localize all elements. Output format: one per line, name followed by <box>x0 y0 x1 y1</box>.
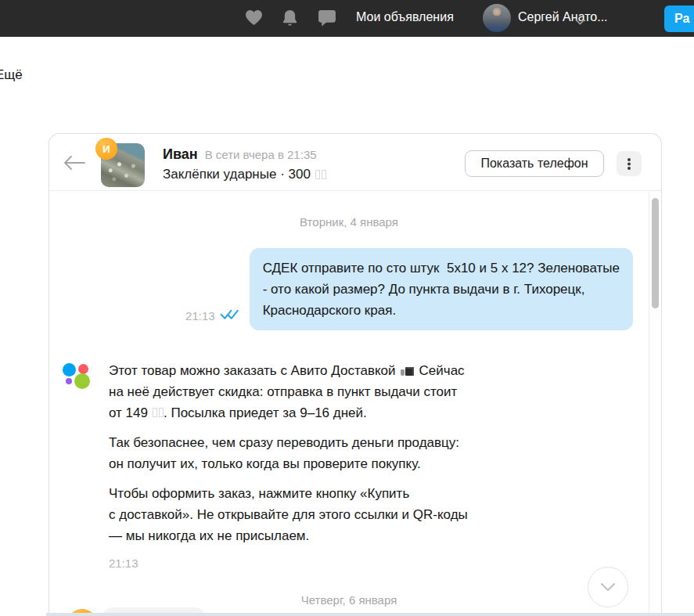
date-separator: Вторник, 4 января <box>49 215 649 229</box>
user-name[interactable]: Сергей Анато... <box>518 10 608 24</box>
date-separator: Четверг, 6 января <box>49 593 649 607</box>
show-phone-button[interactable]: Показать телефон <box>465 150 604 177</box>
outgoing-message-row: 21:13 СДЕК отправите по сто штук 5х10 и … <box>49 248 661 330</box>
message-text-line: - ото какой размер? До пункта выдачи в г… <box>263 279 620 300</box>
chat-menu-kebab-button[interactable] <box>617 151 642 176</box>
scroll-to-bottom-button[interactable] <box>588 567 628 607</box>
chat-title-block: Иван В сети вчера в 21:35 Заклёпки ударн… <box>163 146 326 182</box>
back-arrow-icon[interactable] <box>63 155 86 173</box>
message-time: 21:13 <box>109 557 661 570</box>
notifications-bell-icon[interactable] <box>281 9 300 28</box>
item-title-text: Заклёпки ударные · 300 <box>163 167 311 182</box>
message-time: 21:13 <box>185 309 215 322</box>
bot-paragraph-safety: Так безопаснее, чем сразу переводить ден… <box>109 432 661 474</box>
chevron-down-icon[interactable] <box>575 15 585 29</box>
message-text-line: СДЕК отправите по сто штук 5х10 и 5 х 12… <box>263 258 620 279</box>
top-navbar: Мои объявления Сергей Анато... Ра <box>0 0 694 37</box>
contact-online-status: В сети вчера в 21:35 <box>205 148 317 161</box>
ruble-missing-glyph <box>315 170 326 179</box>
item-title-price[interactable]: Заклёпки ударные · 300 <box>163 167 326 182</box>
bot-paragraph-order: Чтобы оформить заказ, нажмите кнопку «Ку… <box>109 483 661 546</box>
bot-paragraph-delivery: Этот товар можно заказать с Авито Достав… <box>109 360 661 423</box>
bot-message-text: Этот товар можно заказать с Авито Достав… <box>109 360 661 570</box>
bottom-edge-strip <box>46 613 694 616</box>
broken-truck-emoji-glyph <box>401 367 414 376</box>
nav-more-link[interactable]: Ещё <box>0 67 23 83</box>
ruble-missing-glyph <box>153 408 164 417</box>
kebab-dots-icon <box>627 158 631 161</box>
bot-message-row: Этот товар можно заказать с Авито Достав… <box>49 360 661 570</box>
chat-scrollbar-track[interactable] <box>649 192 661 616</box>
read-double-check-icon <box>220 308 239 323</box>
post-ad-button[interactable]: Ра <box>664 5 694 32</box>
chat-scrollbar-thumb[interactable] <box>652 198 659 308</box>
favorites-heart-icon[interactable] <box>245 9 264 28</box>
contact-name[interactable]: Иван <box>163 146 198 163</box>
contact-initial-badge: И <box>95 138 117 160</box>
message-list: Вторник, 4 января 21:13 СДЕК отправите п… <box>49 192 661 616</box>
outgoing-message-bubble[interactable]: СДЕК отправите по сто штук 5х10 и 5 х 12… <box>250 248 633 330</box>
message-text-line: Краснодарского края. <box>263 300 620 321</box>
my-ads-link[interactable]: Мои объявления <box>356 10 454 24</box>
outgoing-message-meta: 21:13 <box>185 308 239 323</box>
chat-header: И Иван В сети вчера в 21:35 Заклёпки уда… <box>49 134 661 191</box>
avito-logo-icon <box>61 362 91 392</box>
messages-chat-icon[interactable] <box>318 9 336 28</box>
user-avatar[interactable] <box>483 4 511 32</box>
chat-panel: И Иван В сети вчера в 21:35 Заклёпки уда… <box>49 133 662 616</box>
